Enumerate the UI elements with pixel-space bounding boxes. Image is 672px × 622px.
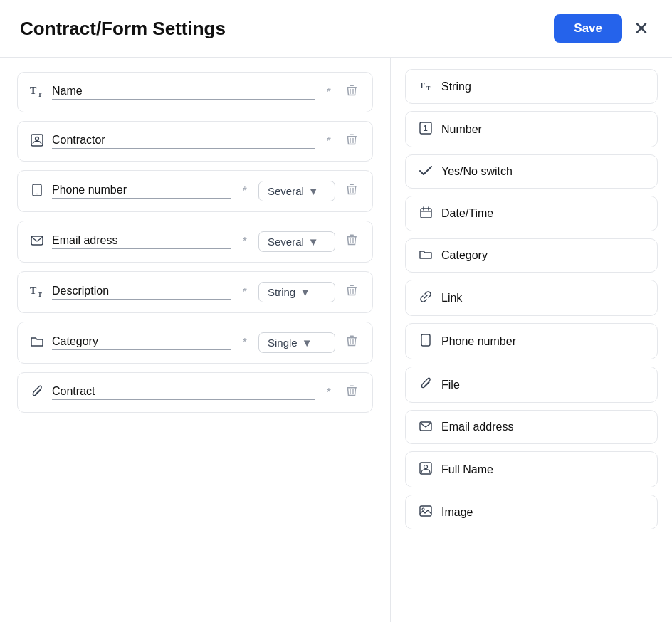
field-label-phone: Phone number xyxy=(52,184,231,199)
required-star: * xyxy=(327,386,331,399)
person-icon-type xyxy=(419,462,433,477)
required-star: * xyxy=(243,337,247,349)
folder-icon-type xyxy=(419,249,433,262)
type-label-number: Number xyxy=(441,123,482,136)
svg-point-7 xyxy=(36,137,39,140)
svg-text:T: T xyxy=(426,85,431,91)
right-panel: T T String 1 Number Yes/No switch xyxy=(391,58,672,622)
page-title: Contract/Form Settings xyxy=(20,18,226,40)
type-card-phone[interactable]: Phone number xyxy=(405,323,658,359)
chevron-down-icon: ▼ xyxy=(308,185,327,197)
svg-rect-15 xyxy=(350,184,354,186)
field-label-name: Name xyxy=(52,85,315,100)
svg-text:1: 1 xyxy=(424,124,428,132)
type-label-phone: Phone number xyxy=(441,335,516,348)
svg-rect-26 xyxy=(350,285,354,287)
type-card-image[interactable]: Image xyxy=(405,495,658,529)
category-select[interactable]: Single ▼ xyxy=(258,332,335,353)
delete-button-contractor[interactable] xyxy=(342,132,361,151)
field-card-email: Email adress * Several ▼ xyxy=(17,221,373,263)
svg-rect-3 xyxy=(350,85,354,87)
svg-rect-30 xyxy=(350,336,354,337)
type-label-email: Email address xyxy=(441,421,513,433)
type-label-yesno: Yes/No switch xyxy=(441,165,513,178)
type-card-yesno[interactable]: Yes/No switch xyxy=(405,154,658,189)
svg-text:T: T xyxy=(38,91,42,97)
calendar-icon xyxy=(419,206,433,221)
text-size-icon-2: T T xyxy=(29,285,45,300)
email-icon-type xyxy=(419,421,433,433)
field-card-name: T T Name * xyxy=(17,72,373,112)
svg-rect-47 xyxy=(420,422,431,431)
chevron-down-icon: ▼ xyxy=(300,286,327,298)
delete-button-contract[interactable] xyxy=(342,383,361,402)
svg-point-13 xyxy=(36,193,37,194)
type-label-fullname: Full Name xyxy=(441,463,493,476)
svg-text:T: T xyxy=(30,285,37,296)
type-card-number[interactable]: 1 Number xyxy=(405,111,658,147)
type-card-fullname[interactable]: Full Name xyxy=(405,451,658,487)
svg-point-46 xyxy=(425,344,426,344)
type-card-category[interactable]: Category xyxy=(405,238,658,273)
person-icon xyxy=(29,134,45,149)
delete-button-category[interactable] xyxy=(342,333,361,352)
image-icon xyxy=(419,505,433,519)
folder-icon xyxy=(29,336,45,350)
save-button[interactable]: Save xyxy=(554,14,622,43)
email-icon xyxy=(29,236,45,248)
svg-point-51 xyxy=(422,508,424,510)
paperclip-icon xyxy=(29,385,45,401)
type-label-category: Category xyxy=(441,249,488,262)
description-select-value: String xyxy=(268,286,295,298)
svg-text:T: T xyxy=(30,85,37,96)
email-select-value: Several xyxy=(268,236,304,248)
chevron-down-icon: ▼ xyxy=(302,337,327,349)
required-star: * xyxy=(243,236,247,248)
required-star: * xyxy=(243,185,247,198)
link-icon xyxy=(419,290,433,305)
left-panel: T T Name * Contractor * xyxy=(0,58,390,622)
text-size-icon: T T xyxy=(29,85,45,100)
text-size-icon-type: T T xyxy=(419,80,433,93)
type-label-file: File xyxy=(441,379,460,391)
required-star: * xyxy=(327,86,331,99)
required-star: * xyxy=(243,286,247,299)
type-card-email[interactable]: Email address xyxy=(405,410,658,444)
delete-button-phone[interactable] xyxy=(342,181,361,201)
header-actions: Save ✕ xyxy=(554,14,652,43)
type-label-string: String xyxy=(441,80,471,93)
type-label-datetime: Date/Time xyxy=(441,207,493,220)
svg-rect-50 xyxy=(420,506,431,516)
modal-header: Contract/Form Settings Save ✕ xyxy=(0,0,672,58)
svg-rect-18 xyxy=(31,236,43,245)
type-card-datetime[interactable]: Date/Time xyxy=(405,196,658,231)
field-label-category: Category xyxy=(52,335,231,350)
type-card-link[interactable]: Link xyxy=(405,280,658,316)
phone-icon xyxy=(29,184,45,199)
delete-button-name[interactable] xyxy=(342,83,361,102)
svg-rect-9 xyxy=(350,135,354,136)
delete-button-email[interactable] xyxy=(342,232,361,251)
phone-select[interactable]: Several ▼ xyxy=(258,181,335,201)
field-card-description: T T Description * String ▼ xyxy=(17,271,373,313)
phone-icon-type xyxy=(419,334,433,349)
paperclip-icon-type xyxy=(419,377,433,392)
type-card-file[interactable]: File xyxy=(405,367,658,403)
field-label-email: Email adress xyxy=(52,234,231,249)
category-select-value: Single xyxy=(268,337,298,349)
delete-button-description[interactable] xyxy=(342,283,361,302)
number-icon: 1 xyxy=(419,122,433,137)
field-card-contractor: Contractor * xyxy=(17,121,373,162)
field-label-contractor: Contractor xyxy=(52,134,315,149)
close-button[interactable]: ✕ xyxy=(631,16,652,41)
svg-rect-34 xyxy=(350,386,354,387)
field-label-contract: Contract xyxy=(52,385,315,400)
modal-container: Contract/Form Settings Save ✕ T T Name * xyxy=(0,0,672,622)
svg-text:T: T xyxy=(419,80,425,90)
description-select[interactable]: String ▼ xyxy=(258,282,335,302)
check-icon xyxy=(419,166,433,178)
type-card-string[interactable]: T T String xyxy=(405,69,658,104)
field-card-category: Category * Single ▼ xyxy=(17,322,373,364)
email-select[interactable]: Several ▼ xyxy=(258,231,335,252)
field-card-phone: Phone number * Several ▼ xyxy=(17,170,373,212)
